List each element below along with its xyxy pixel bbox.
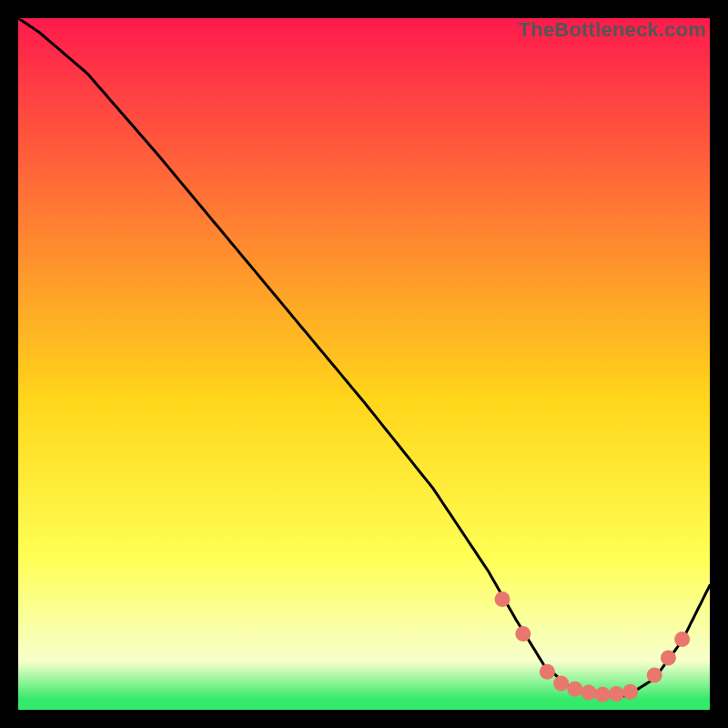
marker-point bbox=[540, 664, 555, 680]
marker-point bbox=[609, 686, 624, 702]
marker-point bbox=[595, 687, 611, 703]
marker-point bbox=[553, 676, 569, 692]
chart-plot: TheBottleneck.com bbox=[18, 18, 710, 710]
marker-point bbox=[661, 651, 676, 666]
chart-frame: TheBottleneck.com bbox=[18, 18, 710, 710]
marker-point bbox=[515, 626, 531, 642]
marker-point bbox=[674, 632, 690, 647]
marker-point bbox=[581, 685, 597, 701]
marker-point bbox=[567, 682, 582, 697]
marker-point bbox=[495, 592, 511, 607]
marker-point bbox=[622, 684, 638, 700]
chart-svg bbox=[18, 18, 710, 710]
watermark-text: TheBottleneck.com bbox=[519, 18, 706, 42]
marker-point bbox=[647, 668, 662, 683]
gradient-background bbox=[18, 18, 710, 710]
